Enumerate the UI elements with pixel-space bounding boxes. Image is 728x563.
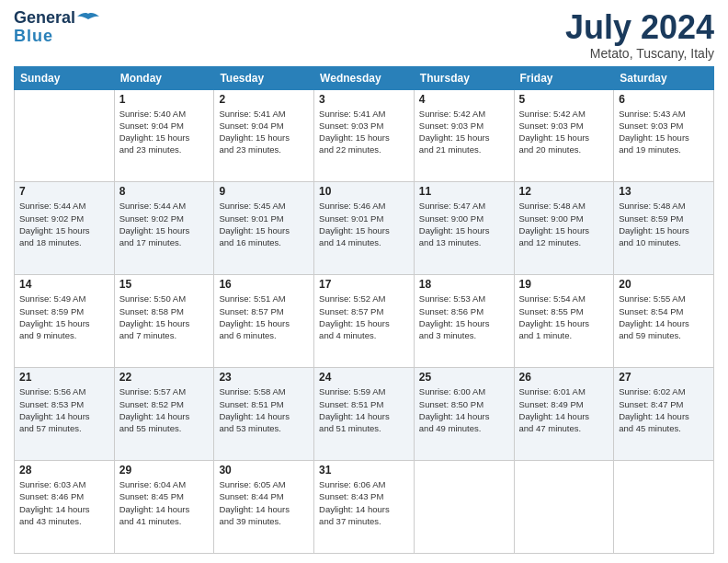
- month-title: July 2024: [565, 9, 714, 46]
- day-info: Sunrise: 5:56 AM Sunset: 8:53 PM Dayligh…: [19, 385, 109, 434]
- day-number: 18: [419, 278, 509, 291]
- calendar-cell: 29Sunrise: 6:04 AM Sunset: 8:45 PM Dayli…: [114, 461, 214, 554]
- day-number: 30: [219, 464, 309, 477]
- logo: General Blue: [14, 9, 99, 46]
- day-number: 13: [619, 185, 709, 198]
- day-number: 23: [219, 371, 309, 384]
- calendar-week-2: 7Sunrise: 5:44 AM Sunset: 9:02 PM Daylig…: [15, 182, 714, 275]
- calendar-week-5: 28Sunrise: 6:03 AM Sunset: 8:46 PM Dayli…: [15, 461, 714, 554]
- day-info: Sunrise: 6:01 AM Sunset: 8:49 PM Dayligh…: [519, 385, 609, 434]
- calendar-table: Sunday Monday Tuesday Wednesday Thursday…: [14, 66, 714, 554]
- day-info: Sunrise: 5:48 AM Sunset: 8:59 PM Dayligh…: [619, 200, 709, 248]
- calendar-cell: 25Sunrise: 6:00 AM Sunset: 8:50 PM Dayli…: [414, 368, 514, 461]
- title-area: July 2024 Metato, Tuscany, Italy: [565, 9, 714, 61]
- calendar-cell: 1Sunrise: 5:40 AM Sunset: 9:04 PM Daylig…: [114, 89, 214, 182]
- day-number: 21: [19, 371, 109, 384]
- day-number: 10: [319, 185, 409, 198]
- calendar-cell: 31Sunrise: 6:06 AM Sunset: 8:43 PM Dayli…: [314, 461, 415, 554]
- day-info: Sunrise: 5:40 AM Sunset: 9:04 PM Dayligh…: [119, 108, 210, 156]
- calendar-cell: 19Sunrise: 5:54 AM Sunset: 8:55 PM Dayli…: [514, 275, 614, 368]
- calendar-cell: 16Sunrise: 5:51 AM Sunset: 8:57 PM Dayli…: [214, 275, 314, 368]
- day-number: 31: [319, 464, 409, 477]
- day-info: Sunrise: 5:41 AM Sunset: 9:04 PM Dayligh…: [219, 108, 309, 156]
- calendar-cell: 2Sunrise: 5:41 AM Sunset: 9:04 PM Daylig…: [214, 89, 314, 182]
- col-tuesday: Tuesday: [214, 66, 314, 89]
- day-number: 24: [319, 371, 409, 384]
- calendar-cell: 11Sunrise: 5:47 AM Sunset: 9:00 PM Dayli…: [414, 182, 514, 275]
- calendar-cell: 9Sunrise: 5:45 AM Sunset: 9:01 PM Daylig…: [214, 182, 314, 275]
- day-number: 11: [419, 185, 509, 198]
- calendar-cell: 17Sunrise: 5:52 AM Sunset: 8:57 PM Dayli…: [314, 275, 415, 368]
- day-info: Sunrise: 5:42 AM Sunset: 9:03 PM Dayligh…: [419, 108, 509, 156]
- calendar-cell: 6Sunrise: 5:43 AM Sunset: 9:03 PM Daylig…: [614, 89, 714, 182]
- day-number: 19: [519, 278, 609, 291]
- day-number: 2: [219, 93, 309, 106]
- day-info: Sunrise: 5:44 AM Sunset: 9:02 PM Dayligh…: [19, 200, 109, 248]
- day-info: Sunrise: 6:00 AM Sunset: 8:50 PM Dayligh…: [419, 385, 509, 434]
- location: Metato, Tuscany, Italy: [565, 46, 714, 61]
- day-info: Sunrise: 5:50 AM Sunset: 8:58 PM Dayligh…: [119, 293, 210, 341]
- day-info: Sunrise: 5:58 AM Sunset: 8:51 PM Dayligh…: [219, 385, 309, 434]
- day-info: Sunrise: 5:44 AM Sunset: 9:02 PM Dayligh…: [119, 200, 210, 248]
- day-number: 4: [419, 93, 509, 106]
- day-info: Sunrise: 5:49 AM Sunset: 8:59 PM Dayligh…: [19, 293, 109, 341]
- day-number: 14: [19, 278, 109, 291]
- day-info: Sunrise: 5:55 AM Sunset: 8:54 PM Dayligh…: [619, 293, 709, 341]
- logo-blue: Blue: [14, 28, 53, 46]
- calendar-cell: 28Sunrise: 6:03 AM Sunset: 8:46 PM Dayli…: [15, 461, 115, 554]
- day-info: Sunrise: 5:54 AM Sunset: 8:55 PM Dayligh…: [519, 293, 609, 341]
- day-info: Sunrise: 6:03 AM Sunset: 8:46 PM Dayligh…: [19, 478, 109, 527]
- logo-bird-icon: [77, 12, 99, 25]
- day-info: Sunrise: 5:48 AM Sunset: 9:00 PM Dayligh…: [519, 200, 609, 248]
- calendar-cell: 30Sunrise: 6:05 AM Sunset: 8:44 PM Dayli…: [214, 461, 314, 554]
- day-number: 8: [119, 185, 210, 198]
- day-info: Sunrise: 5:43 AM Sunset: 9:03 PM Dayligh…: [619, 108, 709, 156]
- day-number: 15: [119, 278, 210, 291]
- calendar-cell: 8Sunrise: 5:44 AM Sunset: 9:02 PM Daylig…: [114, 182, 214, 275]
- day-number: 26: [519, 371, 609, 384]
- calendar-cell: 15Sunrise: 5:50 AM Sunset: 8:58 PM Dayli…: [114, 275, 214, 368]
- day-number: 17: [319, 278, 409, 291]
- calendar-cell: [414, 461, 514, 554]
- calendar-cell: [514, 461, 614, 554]
- day-info: Sunrise: 5:59 AM Sunset: 8:51 PM Dayligh…: [319, 385, 409, 434]
- col-sunday: Sunday: [15, 66, 115, 89]
- calendar-cell: 24Sunrise: 5:59 AM Sunset: 8:51 PM Dayli…: [314, 368, 415, 461]
- day-number: 1: [119, 93, 210, 106]
- col-friday: Friday: [514, 66, 614, 89]
- col-thursday: Thursday: [414, 66, 514, 89]
- day-info: Sunrise: 5:42 AM Sunset: 9:03 PM Dayligh…: [519, 108, 609, 156]
- day-info: Sunrise: 5:41 AM Sunset: 9:03 PM Dayligh…: [319, 108, 409, 156]
- day-info: Sunrise: 5:57 AM Sunset: 8:52 PM Dayligh…: [119, 385, 210, 434]
- calendar-body: 1Sunrise: 5:40 AM Sunset: 9:04 PM Daylig…: [15, 89, 714, 553]
- col-saturday: Saturday: [614, 66, 714, 89]
- day-number: 22: [119, 371, 210, 384]
- day-number: 29: [119, 464, 210, 477]
- calendar-cell: 12Sunrise: 5:48 AM Sunset: 9:00 PM Dayli…: [514, 182, 614, 275]
- day-number: 6: [619, 93, 709, 106]
- calendar-cell: 13Sunrise: 5:48 AM Sunset: 8:59 PM Dayli…: [614, 182, 714, 275]
- day-number: 28: [19, 464, 109, 477]
- page: General Blue July 2024 Metato, Tuscany, …: [0, 0, 728, 563]
- calendar-cell: 4Sunrise: 5:42 AM Sunset: 9:03 PM Daylig…: [414, 89, 514, 182]
- header: General Blue July 2024 Metato, Tuscany, …: [14, 9, 714, 61]
- day-number: 7: [19, 185, 109, 198]
- calendar-cell: 21Sunrise: 5:56 AM Sunset: 8:53 PM Dayli…: [15, 368, 115, 461]
- calendar-cell: 20Sunrise: 5:55 AM Sunset: 8:54 PM Dayli…: [614, 275, 714, 368]
- day-number: 5: [519, 93, 609, 106]
- calendar-cell: [614, 461, 714, 554]
- day-info: Sunrise: 5:45 AM Sunset: 9:01 PM Dayligh…: [219, 200, 309, 248]
- calendar-cell: 26Sunrise: 6:01 AM Sunset: 8:49 PM Dayli…: [514, 368, 614, 461]
- calendar-cell: 22Sunrise: 5:57 AM Sunset: 8:52 PM Dayli…: [114, 368, 214, 461]
- day-info: Sunrise: 6:06 AM Sunset: 8:43 PM Dayligh…: [319, 478, 409, 527]
- col-monday: Monday: [114, 66, 214, 89]
- calendar-cell: 23Sunrise: 5:58 AM Sunset: 8:51 PM Dayli…: [214, 368, 314, 461]
- day-info: Sunrise: 5:52 AM Sunset: 8:57 PM Dayligh…: [319, 293, 409, 341]
- calendar-cell: 5Sunrise: 5:42 AM Sunset: 9:03 PM Daylig…: [514, 89, 614, 182]
- day-info: Sunrise: 6:05 AM Sunset: 8:44 PM Dayligh…: [219, 478, 309, 527]
- day-number: 25: [419, 371, 509, 384]
- day-number: 9: [219, 185, 309, 198]
- col-wednesday: Wednesday: [314, 66, 415, 89]
- day-info: Sunrise: 5:51 AM Sunset: 8:57 PM Dayligh…: [219, 293, 309, 341]
- day-number: 3: [319, 93, 409, 106]
